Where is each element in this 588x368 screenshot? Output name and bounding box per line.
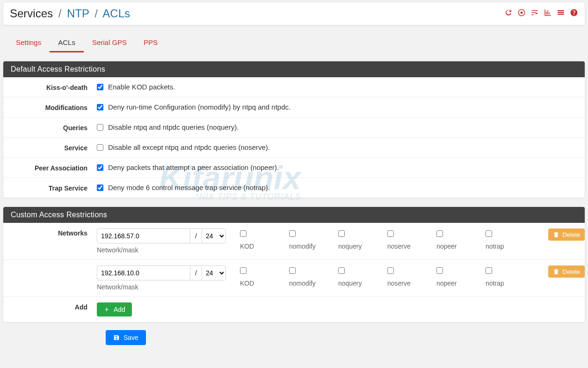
breadcrumb-sep: /	[56, 7, 64, 20]
checkbox-peer[interactable]	[97, 164, 103, 171]
chk-noquery-1[interactable]	[338, 267, 345, 274]
label-queries: Queries	[3, 123, 97, 132]
lbl-nopeer: nopeer	[436, 243, 486, 250]
mask-select-0[interactable]: 24	[202, 228, 226, 243]
checkbox-group-kod[interactable]: Enable KOD packets.	[97, 83, 175, 91]
save-button[interactable]: Save	[106, 330, 146, 345]
lbl-noserve: noserve	[387, 243, 436, 250]
lbl-noquery: noquery	[338, 280, 387, 287]
text-queries: Disable ntpq and ntpdc queries (noquery)…	[108, 123, 239, 131]
save-icon	[113, 334, 120, 341]
tab-settings[interactable]: Settings	[7, 34, 50, 52]
plus-icon	[103, 306, 110, 313]
text-service: Disable all except ntpq and ntpdc querie…	[108, 143, 270, 151]
breadcrumb: Services / NTP / ACLs	[10, 7, 130, 20]
chk-noserve-1[interactable]	[387, 267, 394, 274]
custom-restrictions-panel: Custom Access Restrictions Networks / 24…	[3, 206, 585, 323]
row-service: Service Disable all except ntpq and ntpd…	[3, 138, 585, 158]
trash-icon	[553, 268, 559, 275]
lbl-noquery: noquery	[338, 243, 387, 250]
slash-sep: /	[190, 265, 202, 280]
mask-select-1[interactable]: 24	[202, 265, 226, 280]
checkbox-group-peer[interactable]: Deny packets that attempt a peer associa…	[97, 163, 279, 171]
sliders-icon[interactable]	[530, 8, 539, 19]
panel-title-custom: Custom Access Restrictions	[3, 207, 585, 223]
breadcrumb-root: Services	[10, 7, 53, 20]
label-modifications: Modifications	[3, 103, 97, 111]
row-modifications: Modifications Deny run-time Configuratio…	[3, 97, 585, 118]
lbl-notrap: notrap	[486, 280, 535, 287]
checkbox-group-modifications[interactable]: Deny run-time Configuration (nomodify) b…	[97, 103, 290, 111]
tab-pps[interactable]: PPS	[135, 34, 166, 52]
header-toolbar	[504, 8, 578, 19]
text-modifications: Deny run-time Configuration (nomodify) b…	[108, 103, 290, 111]
network-row-1: / 24 Network/mask KOD nomodify noquery n…	[3, 260, 585, 297]
row-peer: Peer Association Deny packets that attem…	[3, 158, 585, 178]
tab-serial-gps[interactable]: Serial GPS	[84, 34, 135, 52]
page-header: Services / NTP / ACLs	[3, 2, 585, 25]
helptext-1: Network/mask	[97, 283, 226, 291]
helptext-0: Network/mask	[97, 246, 226, 254]
checkbox-modifications[interactable]	[97, 104, 103, 110]
breadcrumb-acls[interactable]: ACLs	[102, 7, 130, 20]
check-cols-1: KOD nomodify noquery noserve nopeer notr…	[240, 265, 549, 287]
stop-icon[interactable]	[517, 8, 526, 19]
chk-nomodify-0[interactable]	[289, 230, 296, 237]
chk-noserve-0[interactable]	[387, 230, 394, 237]
lbl-nopeer: nopeer	[436, 280, 486, 287]
label-networks-empty	[3, 265, 97, 266]
tab-acls[interactable]: ACLs	[50, 34, 84, 52]
lbl-nomodify: nomodify	[289, 243, 338, 250]
chk-notrap-0[interactable]	[486, 230, 492, 237]
checkbox-group-service[interactable]: Disable all except ntpq and ntpdc querie…	[97, 143, 270, 151]
text-trap: Deny mode 6 control message trap service…	[108, 184, 270, 191]
checkbox-trap[interactable]	[97, 184, 103, 191]
breadcrumb-sep: /	[92, 7, 100, 20]
panel-title: Default Access Restrictions	[3, 61, 585, 77]
breadcrumb-ntp[interactable]: NTP	[67, 7, 89, 20]
tab-bar: Settings ACLs Serial GPS PPS	[3, 34, 585, 52]
row-kod: Kiss-o'-death Enable KOD packets.	[3, 77, 585, 97]
help-icon[interactable]	[570, 8, 578, 19]
save-row: Save	[3, 330, 585, 345]
text-peer: Deny packets that attempt a peer associa…	[108, 163, 279, 171]
row-trap: Trap Service Deny mode 6 control message…	[3, 178, 585, 198]
label-networks: Networks	[3, 228, 97, 237]
row-add: Add Add	[3, 297, 585, 322]
delete-button-1[interactable]: Delete	[548, 265, 585, 278]
trash-icon	[553, 231, 559, 238]
slash-sep: /	[190, 228, 202, 243]
checkbox-group-trap[interactable]: Deny mode 6 control message trap service…	[97, 184, 270, 191]
network-input-1[interactable]	[97, 265, 190, 280]
add-button[interactable]: Add	[97, 302, 132, 316]
text-kod: Enable KOD packets.	[108, 83, 175, 91]
lbl-kod: KOD	[240, 280, 289, 287]
check-cols-0: KOD nomodify noquery noserve nopeer notr…	[240, 228, 549, 250]
chk-notrap-1[interactable]	[486, 267, 492, 274]
checkbox-group-queries[interactable]: Disable ntpq and ntpdc queries (noquery)…	[97, 123, 239, 131]
label-service: Service	[3, 143, 97, 152]
default-restrictions-panel: Default Access Restrictions Kiss-o'-deat…	[3, 61, 585, 198]
lbl-kod: KOD	[240, 243, 289, 250]
checkbox-service[interactable]	[97, 144, 103, 151]
chk-nopeer-1[interactable]	[436, 267, 443, 274]
lbl-noserve: noserve	[387, 280, 436, 287]
label-peer: Peer Association	[3, 163, 97, 172]
checkbox-kod[interactable]	[97, 84, 103, 90]
checkbox-queries[interactable]	[97, 124, 103, 131]
network-row-0: Networks / 24 Network/mask KOD nomodify …	[3, 223, 585, 260]
chk-kod-0[interactable]	[240, 230, 247, 237]
chk-nopeer-0[interactable]	[436, 230, 443, 237]
lbl-nomodify: nomodify	[289, 280, 338, 287]
list-icon[interactable]	[557, 8, 565, 19]
label-add: Add	[3, 302, 97, 311]
network-input-0[interactable]	[97, 228, 190, 243]
chk-kod-1[interactable]	[240, 267, 247, 274]
refresh-icon[interactable]	[504, 8, 513, 19]
chk-nomodify-1[interactable]	[289, 267, 296, 274]
delete-button-0[interactable]: Delete	[548, 228, 585, 241]
chart-icon[interactable]	[544, 8, 552, 19]
row-queries: Queries Disable ntpq and ntpdc queries (…	[3, 118, 585, 138]
chk-noquery-0[interactable]	[338, 230, 345, 237]
network-controls-1: / 24 Network/mask	[97, 265, 226, 291]
